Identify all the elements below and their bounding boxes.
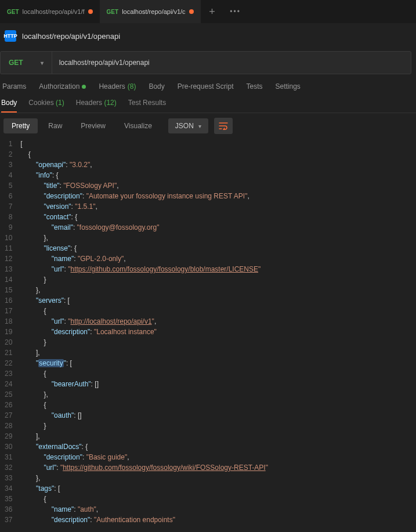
- tab-request-1[interactable]: GET localhost/repo/api/v1/c: [100, 0, 201, 23]
- method-value: GET: [9, 59, 23, 67]
- line-gutter: 1234567891011121314151617181920212223242…: [0, 139, 17, 525]
- response-body-editor[interactable]: 1234567891011121314151617181920212223242…: [0, 139, 416, 525]
- request-title-row: HTTP localhost/repo/api/v1/openapi: [0, 23, 416, 49]
- http-badge-icon: HTTP: [5, 30, 16, 42]
- tab-headers[interactable]: Headers (8): [99, 82, 136, 91]
- resp-tab-headers[interactable]: Headers (12): [76, 99, 117, 113]
- wrap-icon: [219, 122, 228, 130]
- tab-params[interactable]: Params: [2, 82, 26, 91]
- tab-method-label: GET: [107, 9, 119, 15]
- lang-value: JSON: [175, 122, 194, 130]
- tab-authorization[interactable]: Authorization: [39, 82, 86, 91]
- resp-tab-cookies[interactable]: Cookies (1): [28, 99, 64, 113]
- tab-settings[interactable]: Settings: [276, 82, 301, 91]
- view-visualize-button[interactable]: Visualize: [116, 118, 160, 133]
- unsaved-indicator-icon: [88, 9, 93, 14]
- active-dot-icon: [82, 85, 86, 89]
- unsaved-indicator-icon: [189, 9, 194, 14]
- request-tabs: Params Authorization Headers (8) Body Pr…: [0, 74, 416, 95]
- wrap-lines-button[interactable]: [214, 118, 233, 134]
- view-preview-button[interactable]: Preview: [73, 118, 114, 133]
- method-select[interactable]: GET ▾: [1, 52, 52, 74]
- new-tab-button[interactable]: +: [201, 0, 224, 23]
- lang-select[interactable]: JSON ▾: [168, 118, 208, 133]
- code-content[interactable]: [ { "openapi": "3.0.2", "info": { "title…: [17, 139, 416, 525]
- response-toolbar: Pretty Raw Preview Visualize JSON ▾: [0, 113, 416, 139]
- request-title: localhost/repo/api/v1/openapi: [22, 32, 120, 41]
- resp-tab-body[interactable]: Body: [1, 99, 17, 113]
- response-tabs: Body Cookies (1) Headers (12) Test Resul…: [0, 95, 416, 113]
- view-raw-button[interactable]: Raw: [40, 118, 70, 133]
- tab-request-0[interactable]: GET localhost/repo/api/v1/f: [0, 0, 100, 23]
- chevron-down-icon: ▾: [198, 123, 201, 129]
- tab-title: localhost/repo/api/v1/c: [122, 8, 185, 15]
- url-input[interactable]: [52, 52, 411, 74]
- tab-title: localhost/repo/api/v1/f: [23, 8, 85, 15]
- view-pretty-button[interactable]: Pretty: [3, 118, 38, 133]
- tab-overflow-button[interactable]: •••: [224, 0, 247, 23]
- tab-pre-request[interactable]: Pre-request Script: [178, 82, 234, 91]
- tab-method-label: GET: [7, 9, 19, 15]
- url-bar: GET ▾: [0, 51, 411, 74]
- tab-tests[interactable]: Tests: [246, 82, 262, 91]
- tabs-bar: GET localhost/repo/api/v1/f GET localhos…: [0, 0, 416, 23]
- chevron-down-icon: ▾: [41, 60, 44, 66]
- tab-body[interactable]: Body: [149, 82, 164, 91]
- resp-tab-test-results[interactable]: Test Results: [128, 99, 166, 113]
